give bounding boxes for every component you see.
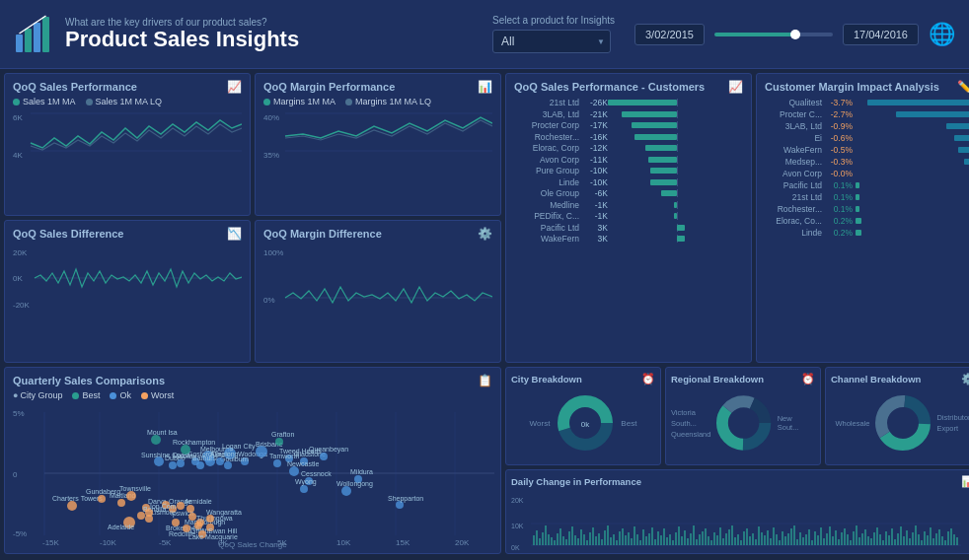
svg-point-60 [186, 505, 194, 513]
quarterly-icon[interactable]: 📋 [478, 374, 492, 387]
city-breakdown-icon[interactable]: ⏰ [641, 373, 655, 385]
qoq-customers-title: QoQ Sales Performance - Customers [514, 81, 705, 93]
qoq-sales-chart: 6K 4K [13, 108, 242, 175]
qoq-sales-diff-icon[interactable]: 📉 [227, 227, 242, 241]
svg-text:-20K: -20K [13, 301, 31, 310]
svg-text:35%: 35% [263, 151, 279, 160]
svg-text:0K: 0K [511, 544, 520, 551]
svg-text:100%: 100% [263, 248, 283, 257]
product-selector-label: Select a product for Insights [492, 15, 615, 26]
qoq-customers-chart: 21st Ltd -26K 3LAB, Ltd -21K Procter Cor… [514, 98, 743, 244]
svg-point-43 [117, 499, 125, 507]
date-to-button[interactable]: 17/04/2016 [843, 24, 919, 45]
svg-rect-221 [758, 526, 760, 545]
svg-rect-198 [690, 533, 692, 545]
margin-row-6: Medsep... -0.3% [765, 157, 969, 167]
legend-dot-2 [86, 99, 93, 105]
svg-rect-227 [776, 534, 778, 545]
svg-rect-217 [746, 528, 748, 545]
regional-legend-queensland: Queensland [671, 430, 710, 439]
qoq-sales-diff-chart: 20K 0K -20K [13, 244, 242, 315]
svg-rect-179 [634, 526, 635, 545]
cust-row-12: Pacific Ltd 3K [514, 223, 743, 233]
svg-rect-287 [953, 534, 955, 545]
svg-rect-202 [702, 531, 704, 545]
svg-text:Adelaide: Adelaide [108, 524, 134, 530]
date-range-slider[interactable] [714, 33, 833, 36]
qoq-margin-diff-panel: QoQ Margin Difference ⚙️ 100% 0% [255, 220, 501, 363]
svg-text:Armidale: Armidale [185, 498, 212, 505]
cust-row-7: Pure Group -10K [514, 166, 743, 175]
svg-rect-203 [705, 528, 707, 545]
qoq-sales-title: QoQ Sales Performance [13, 81, 137, 93]
qoq-margin-diff-icon[interactable]: ⚙️ [478, 227, 492, 241]
svg-text:0: 0 [13, 470, 18, 479]
svg-rect-192 [672, 540, 674, 545]
product-select[interactable]: All Product A Product B Product C [492, 30, 611, 53]
svg-text:-15K: -15K [42, 538, 60, 547]
svg-rect-236 [802, 537, 804, 545]
margin-row-2: Procter C... -2.7% [765, 109, 969, 119]
svg-rect-160 [577, 538, 579, 545]
svg-rect-284 [944, 540, 946, 545]
globe-icon[interactable]: 🌐 [929, 22, 955, 47]
svg-text:10K: 10K [511, 523, 524, 529]
svg-rect-199 [693, 525, 695, 545]
svg-rect-165 [592, 527, 594, 545]
svg-rect-238 [808, 529, 810, 545]
regional-breakdown-icon[interactable]: ⏰ [801, 373, 815, 385]
svg-rect-223 [764, 535, 766, 545]
svg-point-128 [275, 438, 283, 446]
svg-rect-211 [728, 529, 730, 545]
svg-rect-162 [583, 534, 585, 545]
svg-point-39 [67, 501, 77, 511]
svg-text:Ion Com: Ion Com [150, 503, 177, 510]
qoq-customers-icon[interactable]: 📈 [728, 80, 743, 94]
regional-legend-victoria: Victoria [671, 408, 710, 417]
svg-rect-181 [639, 540, 641, 545]
daily-icon[interactable]: 📊 [961, 475, 969, 488]
svg-rect-183 [645, 536, 647, 545]
channel-breakdown-icon[interactable]: ⚙️ [961, 373, 969, 385]
date-from-button[interactable]: 3/02/2015 [634, 24, 705, 45]
svg-point-112 [289, 466, 299, 476]
svg-rect-263 [882, 540, 884, 545]
svg-rect-230 [784, 536, 786, 545]
svg-rect-175 [622, 528, 624, 545]
svg-point-68 [206, 515, 214, 523]
cust-row-1: 21st Ltd -26K [514, 98, 743, 107]
svg-rect-157 [568, 531, 570, 545]
qoq-margin-icon[interactable]: 📊 [478, 80, 492, 94]
breakdown-row: City Breakdown ⏰ Worst 0k Best [505, 367, 969, 465]
legend-margin-2: Margins 1M MA LQ [345, 97, 431, 106]
product-select-wrapper[interactable]: All Product A Product B Product C [492, 30, 611, 53]
svg-rect-156 [565, 539, 567, 545]
svg-rect-218 [749, 536, 751, 545]
customer-margin-icon[interactable]: ✏️ [957, 80, 969, 94]
svg-rect-168 [601, 539, 603, 545]
svg-text:0K: 0K [13, 274, 23, 283]
svg-rect-158 [571, 526, 573, 545]
svg-rect-194 [678, 526, 680, 545]
svg-rect-283 [941, 536, 943, 545]
svg-rect-224 [767, 530, 769, 545]
channel-breakdown-panel: Channel Breakdown ⚙️ Wholesale Distribut… [825, 367, 969, 465]
margin-row-3: 3LAB, Ltd -0.9% [765, 121, 969, 131]
daily-title-row: Daily Change in Performance 📊 [511, 475, 969, 488]
legend-label-margin-1: Margins 1M MA [273, 97, 335, 106]
qoq-margin-diff-chart: 100% 0% [263, 244, 492, 315]
quarterly-legend-group: ● City Group [13, 390, 62, 400]
svg-rect-285 [947, 531, 949, 545]
margin-row-1: Qualitest -3.7% [765, 98, 969, 107]
qoq-sales-icon[interactable]: 📈 [227, 80, 242, 94]
svg-rect-262 [879, 534, 881, 545]
cust-row-8: Linde -10K [514, 177, 743, 187]
regional-donut-container: Victoria South... Queensland New Sout... [671, 388, 815, 457]
svg-point-124 [151, 435, 161, 445]
regional-legend-newsouth: New Sout... [778, 414, 815, 432]
svg-rect-281 [935, 533, 937, 545]
svg-rect-146 [536, 530, 538, 545]
svg-text:Mildura: Mildura [350, 468, 373, 475]
cust-row-3: Procter Corp -17K [514, 120, 743, 130]
svg-rect-232 [790, 528, 792, 545]
